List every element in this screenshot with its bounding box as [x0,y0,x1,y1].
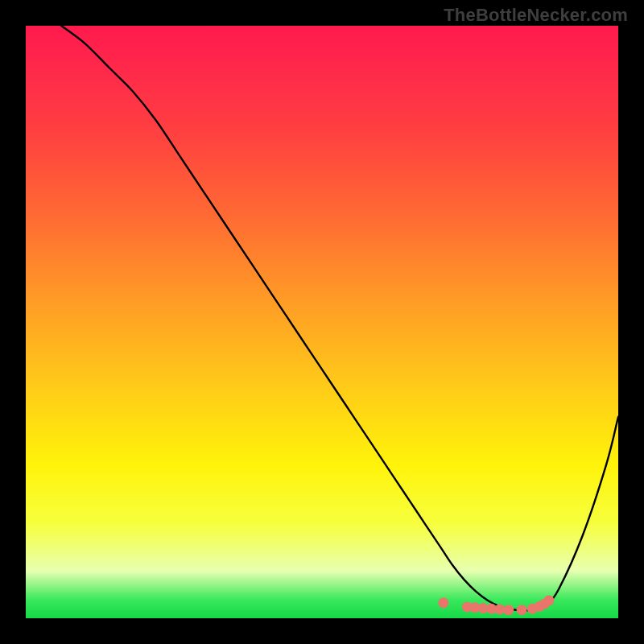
plot-area [26,26,618,618]
curve-marker [503,605,514,615]
curve-marker [543,595,554,605]
chart-frame: TheBottleNecker.com [0,0,644,644]
watermark-text: TheBottleNecker.com [444,5,628,26]
curve-marker [494,604,505,614]
bottleneck-curve [61,26,618,610]
curve-marker [438,597,448,608]
curve-marker [517,605,527,615]
curve-layer [26,26,618,618]
